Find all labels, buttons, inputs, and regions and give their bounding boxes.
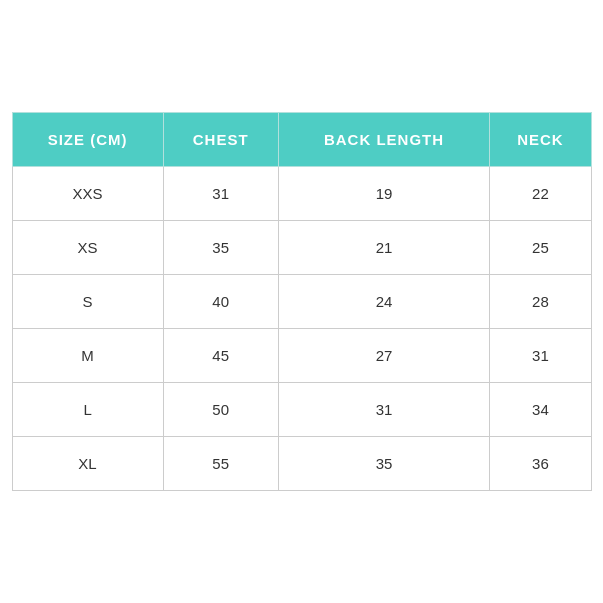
cell-chest: 35 xyxy=(163,221,278,275)
table-body: XXS311922XS352125S402428M452731L503134XL… xyxy=(12,167,591,491)
header-back-length: BACK LENGTH xyxy=(278,113,490,167)
table-row: XXS311922 xyxy=(12,167,591,221)
cell-back_length: 24 xyxy=(278,275,490,329)
cell-back_length: 27 xyxy=(278,329,490,383)
table-header-row: SIZE (CM) CHEST BACK LENGTH NECK xyxy=(12,113,591,167)
table-row: XS352125 xyxy=(12,221,591,275)
cell-chest: 55 xyxy=(163,437,278,491)
cell-chest: 31 xyxy=(163,167,278,221)
cell-back_length: 19 xyxy=(278,167,490,221)
table-row: M452731 xyxy=(12,329,591,383)
cell-size: L xyxy=(12,383,163,437)
cell-back_length: 35 xyxy=(278,437,490,491)
cell-size: XL xyxy=(12,437,163,491)
cell-neck: 36 xyxy=(490,437,591,491)
cell-size: S xyxy=(12,275,163,329)
cell-neck: 22 xyxy=(490,167,591,221)
header-chest: CHEST xyxy=(163,113,278,167)
cell-back_length: 31 xyxy=(278,383,490,437)
cell-chest: 40 xyxy=(163,275,278,329)
cell-neck: 25 xyxy=(490,221,591,275)
table-row: L503134 xyxy=(12,383,591,437)
cell-size: XXS xyxy=(12,167,163,221)
cell-neck: 31 xyxy=(490,329,591,383)
cell-back_length: 21 xyxy=(278,221,490,275)
header-size: SIZE (CM) xyxy=(12,113,163,167)
cell-neck: 34 xyxy=(490,383,591,437)
cell-size: XS xyxy=(12,221,163,275)
size-chart-table: SIZE (CM) CHEST BACK LENGTH NECK XXS3119… xyxy=(12,112,592,491)
cell-neck: 28 xyxy=(490,275,591,329)
cell-chest: 45 xyxy=(163,329,278,383)
cell-size: M xyxy=(12,329,163,383)
header-neck: NECK xyxy=(490,113,591,167)
size-chart-container: SIZE (CM) CHEST BACK LENGTH NECK XXS3119… xyxy=(12,112,592,491)
cell-chest: 50 xyxy=(163,383,278,437)
table-row: XL553536 xyxy=(12,437,591,491)
table-row: S402428 xyxy=(12,275,591,329)
